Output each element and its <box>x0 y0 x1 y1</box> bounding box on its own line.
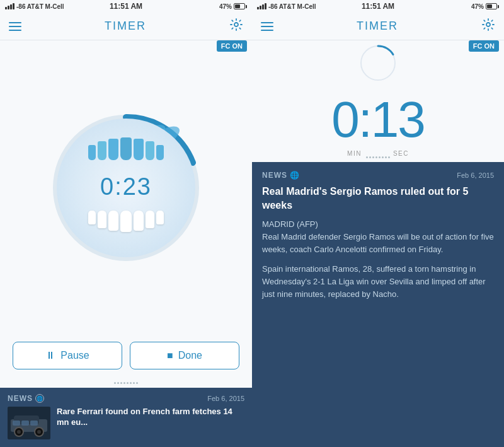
right-news-body-p1: MADRID (AFP) Real Madrid defender Sergio… <box>262 218 494 256</box>
signal-bars <box>5 3 14 9</box>
right-carrier-text: -86 AT&T M-Cell <box>268 3 316 10</box>
signal-bar-4 <box>13 3 14 9</box>
left-status-left: -86 AT&T M-Cell <box>5 3 64 10</box>
right-status-bar: -86 AT&T M-Cell 11:51 AM 47% <box>252 0 504 13</box>
gear-icon <box>229 18 243 32</box>
drag-dots-right <box>366 156 390 158</box>
right-globe-icon: 🌐 <box>290 171 300 180</box>
right-news-header-row: NEWS 🌐 Feb 6, 2015 <box>262 171 494 180</box>
left-circle-container: 0:23 <box>50 112 202 264</box>
left-gear-button[interactable] <box>229 18 243 35</box>
left-panel: -86 AT&T M-Cell 11:51 AM 47% TIMER FC ON <box>0 0 252 447</box>
left-button-row: ⏸ Pause ■ Done <box>0 342 252 380</box>
right-menu-button[interactable] <box>261 22 273 31</box>
signal-bar-2 <box>8 6 9 9</box>
right-header: TIMER <box>252 13 504 40</box>
right-time: 11:51 AM <box>362 2 394 11</box>
svg-rect-12 <box>21 421 29 426</box>
bottom-teeth-row <box>88 211 164 232</box>
left-header: TIMER <box>0 13 252 40</box>
right-news-body: MADRID (AFP) Real Madrid defender Sergio… <box>262 218 494 301</box>
svg-point-10 <box>37 430 41 434</box>
right-status-left: -86 AT&T M-Cell <box>257 3 316 10</box>
drag-dots-left <box>114 382 138 384</box>
right-timer-minutes: 0: <box>331 91 371 149</box>
pause-label: Pause <box>60 350 89 361</box>
left-drag-handle[interactable] <box>0 380 252 388</box>
right-fc-badge: FC ON <box>469 40 499 52</box>
news-thumbnail <box>8 407 50 439</box>
left-carrier-text: -86 AT&T M-Cell <box>16 3 64 10</box>
left-news-date: Feb 6, 2015 <box>207 395 244 402</box>
right-gear-icon <box>481 18 495 32</box>
pause-icon: ⏸ <box>45 350 55 361</box>
right-timer-area: 0: 13 MIN SEC <box>252 40 504 154</box>
right-news-headline-large: Real Madrid's Sergio Ramos ruled out for… <box>262 185 494 212</box>
svg-point-14 <box>486 23 490 26</box>
left-time: 11:51 AM <box>110 2 142 11</box>
right-timer-seconds: 13 <box>371 91 425 149</box>
left-news-header-row: NEWS 🌐 Feb 6, 2015 <box>8 394 244 403</box>
right-status-right: 47% <box>471 3 499 10</box>
right-drag-handle[interactable] <box>252 154 504 162</box>
done-icon: ■ <box>167 350 173 361</box>
left-fc-badge: FC ON <box>217 40 247 52</box>
left-news-section[interactable]: NEWS 🌐 Feb 6, 2015 <box>0 388 252 447</box>
done-button[interactable]: ■ Done <box>130 342 239 369</box>
right-battery-percent: 47% <box>471 3 484 10</box>
right-gear-button[interactable] <box>481 18 495 35</box>
teeth-illustration: 0:23 <box>57 119 195 257</box>
left-news-headline: Rare Ferrari found on French farm fetche… <box>57 407 244 428</box>
right-circle-wrapper <box>340 44 416 84</box>
left-news-label: NEWS 🌐 <box>8 394 44 403</box>
right-battery-icon <box>486 3 499 9</box>
right-signal-bars <box>257 3 266 9</box>
svg-point-9 <box>17 430 21 434</box>
right-news-label: NEWS 🌐 <box>262 171 300 180</box>
svg-point-0 <box>234 23 238 26</box>
right-header-title: TIMER <box>357 20 398 33</box>
svg-rect-11 <box>13 421 20 426</box>
done-label: Done <box>178 350 202 361</box>
left-status-right: 47% <box>219 3 247 10</box>
left-news-headline-container: Rare Ferrari found on French farm fetche… <box>57 407 244 428</box>
left-timer-display: 0:23 <box>100 173 152 200</box>
left-news-body-row: Rare Ferrari found on French farm fetche… <box>8 407 244 439</box>
left-status-bar: -86 AT&T M-Cell 11:51 AM 47% <box>0 0 252 13</box>
svg-rect-13 <box>30 421 38 426</box>
left-battery-icon <box>234 3 247 9</box>
left-header-title: TIMER <box>105 20 146 33</box>
top-teeth-row <box>88 137 164 160</box>
right-panel: -86 AT&T M-Cell 11:51 AM 47% TIMER FC ON <box>252 0 504 447</box>
left-timer-area: 0:23 <box>0 40 252 342</box>
left-battery-percent: 47% <box>219 3 232 10</box>
signal-bar-3 <box>10 4 12 9</box>
signal-bar-1 <box>5 7 7 9</box>
left-news-content-wrapper: NEWS 🌐 Feb 6, 2015 <box>8 394 244 439</box>
right-news-date: Feb 6, 2015 <box>457 171 494 179</box>
left-menu-button[interactable] <box>9 22 21 31</box>
right-news-expanded[interactable]: NEWS 🌐 Feb 6, 2015 Real Madrid's Sergio … <box>252 162 504 447</box>
globe-icon: 🌐 <box>35 394 44 403</box>
car-thumbnail-art <box>8 407 50 439</box>
right-circle-arc <box>340 44 416 82</box>
pause-button[interactable]: ⏸ Pause <box>13 342 122 369</box>
right-large-timer: 0: 13 <box>331 91 425 149</box>
right-news-body-p2: Spain international Ramos, 28, suffered … <box>262 263 494 301</box>
